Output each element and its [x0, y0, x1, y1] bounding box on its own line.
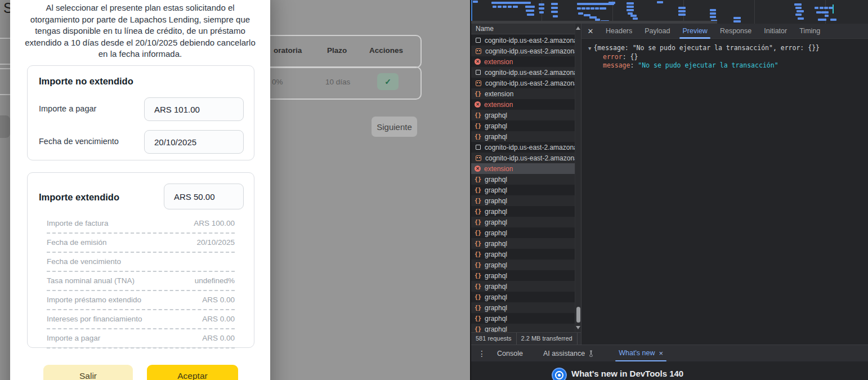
network-name-column-header[interactable]: Name	[471, 24, 581, 34]
network-request-row[interactable]: {}graphql	[471, 270, 581, 281]
network-request-row[interactable]: {}graphql	[471, 292, 581, 302]
summary-stat: 581 requests	[471, 333, 517, 345]
waterfall-bar	[539, 7, 544, 10]
request-name: graphql	[485, 251, 507, 258]
waterfall-bar	[577, 7, 581, 10]
importe-extendido-input[interactable]: ARS 50.00	[164, 184, 244, 209]
json-braces-icon: {}	[475, 198, 481, 204]
fecha-vencimiento-input[interactable]: 20/10/2025	[144, 130, 244, 154]
error-icon: ✕	[475, 59, 481, 65]
network-request-row[interactable]: {}graphql	[471, 185, 581, 195]
tab-headers[interactable]: Headers	[599, 24, 638, 39]
fetch-xhr-icon	[476, 155, 481, 161]
network-request-row[interactable]: {}graphql	[471, 313, 581, 324]
summary-stat: 2.2 MB transferred	[517, 333, 578, 345]
importe-a-pagar-input[interactable]: ARS 101.00	[144, 97, 244, 121]
error-icon: ✕	[475, 101, 481, 108]
preview-json-tree[interactable]: ▼{message: "No se pudo ejecutar la trans…	[581, 39, 868, 70]
screenshot-root: S oratoria Plazo Acciones 0% 10 días ✓ S…	[0, 0, 868, 380]
tab-preview[interactable]: Preview	[676, 24, 713, 39]
network-request-row[interactable]: {}graphql	[471, 302, 581, 313]
scroll-up-arrow-icon[interactable]	[576, 26, 580, 30]
network-request-row[interactable]: {}graphql	[471, 131, 581, 142]
tab-timing[interactable]: Timing	[793, 24, 826, 39]
exit-button[interactable]: Salir	[43, 365, 133, 380]
fetch-xhr-icon	[476, 48, 481, 54]
network-request-row[interactable]: cognito-idp.us-east-2.amazona...	[471, 46, 581, 56]
network-request-row[interactable]: {}graphql	[471, 227, 581, 238]
loan-summary-row: Importe de facturaARS 100.00	[47, 214, 235, 234]
network-request-row[interactable]: {}graphql	[471, 110, 581, 120]
network-request-row[interactable]: ✕extension	[471, 56, 581, 67]
next-button[interactable]: Siguiente	[372, 117, 417, 137]
close-icon[interactable]: ✕	[581, 27, 599, 35]
network-request-row[interactable]: {}graphql	[471, 120, 581, 131]
tab-response[interactable]: Response	[714, 24, 758, 39]
waterfall-bar	[798, 17, 804, 20]
drawer-tab-ai-assistance[interactable]: AI assistance	[543, 350, 594, 357]
tab-payload[interactable]: Payload	[638, 24, 676, 39]
json-entry-line[interactable]: message: "No se pudo ejecutar la transac…	[588, 61, 868, 70]
network-request-row[interactable]: {}graphql	[471, 324, 581, 332]
waterfall-bar	[578, 12, 583, 15]
request-name: cognito-idp.us-east-2.amazona...	[485, 144, 581, 151]
request-name: graphql	[485, 176, 507, 184]
network-request-row[interactable]: cognito-idp.us-east-2.amazona...	[471, 153, 581, 163]
drawer-tab-console[interactable]: Console	[497, 350, 523, 357]
cell-plazo: 10 días	[325, 78, 350, 86]
network-request-row[interactable]: {}graphql	[471, 238, 581, 249]
loan-summary-rows: Importe de facturaARS 100.00Fecha de emi…	[47, 214, 235, 348]
table-header-plazo: Plazo	[327, 46, 347, 55]
json-braces-icon: {}	[475, 315, 481, 322]
error-icon: ✕	[475, 166, 481, 172]
network-request-row[interactable]: {}graphql	[471, 174, 581, 185]
network-request-row[interactable]: {}graphql	[471, 217, 581, 227]
tab-initiator[interactable]: Initiator	[758, 24, 793, 39]
close-tab-icon[interactable]: ×	[659, 345, 663, 361]
waterfall-bar	[526, 10, 534, 12]
field-label: Fecha de vencimiento	[39, 137, 119, 146]
json-root-line[interactable]: ▼{message: "No se pudo ejecutar la trans…	[588, 44, 868, 53]
network-overview-strip[interactable]	[471, 0, 868, 24]
expand-caret-icon[interactable]: ▼	[588, 46, 591, 51]
request-detail-pane: ✕ HeadersPayloadPreviewResponseInitiator…	[581, 24, 868, 345]
experiment-flask-icon	[588, 350, 594, 357]
network-list-scrollbar[interactable]	[575, 24, 581, 332]
json-braces-icon: {}	[475, 240, 481, 247]
json-entry-line[interactable]: error: {}	[588, 53, 868, 61]
more-options-icon[interactable]: ⋮	[478, 349, 486, 358]
network-request-row[interactable]: {}graphql	[471, 206, 581, 217]
network-request-row[interactable]: ✕extension	[471, 99, 581, 110]
whats-new-panel: What's new in DevTools 140	[471, 361, 868, 380]
network-request-row[interactable]: cognito-idp.us-east-2.amazona...	[471, 35, 581, 46]
background-button	[0, 115, 10, 138]
loan-summary-row: Intereses por financiamientoARS 0.00	[47, 310, 235, 329]
summary-value: ARS 0.00	[202, 334, 235, 342]
summary-value: ARS 100.00	[194, 219, 235, 227]
detail-tabs: HeadersPayloadPreviewResponseInitiatorTi…	[599, 24, 826, 39]
network-request-row[interactable]: {}extension	[471, 88, 581, 99]
network-request-row[interactable]: cognito-idp.us-east-2.amazona...	[471, 78, 581, 88]
network-request-row[interactable]: {}graphql	[471, 281, 581, 292]
document-icon	[476, 70, 481, 75]
waterfall-bar	[503, 6, 507, 8]
waterfall-bar	[630, 15, 637, 17]
network-request-row[interactable]: {}graphql	[471, 260, 581, 270]
scrollbar-thumb[interactable]	[576, 307, 580, 323]
loan-summary-row: Fecha de vencimiento	[47, 253, 235, 272]
request-name: graphql	[485, 229, 507, 237]
network-request-row[interactable]: {}graphql	[471, 195, 581, 206]
json-root-text: {message: "No se pudo ejecutar la transa…	[593, 44, 820, 52]
drawer-tab-whats-new[interactable]: What's new ×	[619, 345, 663, 361]
network-request-row[interactable]: ✕extension	[471, 163, 581, 174]
accept-button[interactable]: Aceptar	[147, 365, 238, 380]
network-request-row[interactable]: cognito-idp.us-east-2.amazona...	[471, 67, 581, 78]
drawer-tab-bar: ⋮ Console AI assistance What's new ×	[471, 345, 868, 361]
scroll-down-arrow-icon[interactable]	[576, 326, 580, 329]
network-request-list: cognito-idp.us-east-2.amazona...cognito-…	[471, 35, 581, 332]
table-header-acciones: Acciones	[369, 46, 403, 55]
network-request-row[interactable]: cognito-idp.us-east-2.amazona...	[471, 142, 581, 153]
request-name: extension	[485, 90, 513, 98]
network-request-row[interactable]: {}graphql	[471, 249, 581, 260]
row-selected-check[interactable]: ✓	[377, 73, 399, 90]
